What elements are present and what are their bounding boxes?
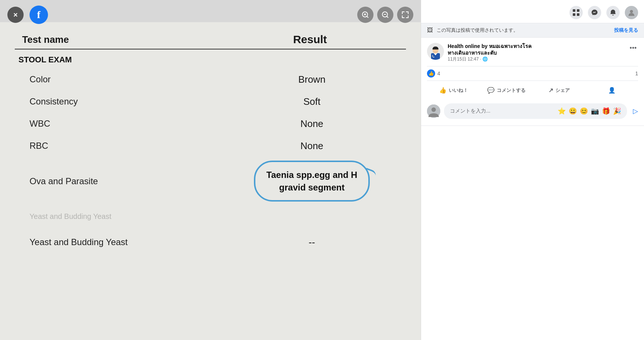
- action-buttons: 👍 いいね！ 💬 コメントする ↗ シェア 👤: [427, 82, 638, 98]
- exam-row-name-wbc: WBC: [15, 119, 218, 129]
- close-button[interactable]: ×: [7, 7, 24, 23]
- poster-avatar: [427, 43, 444, 60]
- share-label: シェア: [555, 87, 570, 94]
- zoom-out-button[interactable]: [377, 7, 393, 23]
- svg-rect-8: [577, 9, 579, 12]
- exam-row-result-ova-container: Taenia spp.egg and Hgravid segment: [218, 161, 406, 202]
- svg-point-16: [431, 107, 436, 112]
- commenter-avatar: [427, 104, 440, 118]
- like-icon: 👍: [427, 69, 435, 78]
- reactions-left: 👍 4: [427, 69, 440, 78]
- exam-row-color: Color Brown: [15, 68, 406, 90]
- comment-action-icon: 💬: [487, 87, 495, 94]
- doc-header-test: Test name: [15, 34, 214, 45]
- doc-header-result: Result: [214, 33, 406, 46]
- exam-row-consistency: Consistency Soft: [15, 90, 406, 113]
- like-count: 4: [437, 71, 440, 76]
- photo-notice-text: この写真は投稿で使用されています。: [437, 27, 518, 34]
- exam-row-faded: Yeast and Budding Yeast: [15, 205, 406, 227]
- section-title: STOOL EXAM: [18, 55, 406, 65]
- fb-logo: f: [30, 6, 48, 24]
- photo-notice-link[interactable]: 投稿を見る: [614, 27, 638, 34]
- grid-icon[interactable]: [569, 6, 583, 19]
- exam-row-name-yeast: Yeast and Budding Yeast: [15, 237, 218, 247]
- viewer-controls: [357, 7, 413, 23]
- poster-name: Health online by หมอเฉพาะทางโรคทางเดินอา…: [448, 43, 624, 56]
- svg-rect-7: [573, 9, 575, 12]
- fb-sidebar: 🖼 この写真は投稿で使用されています。 投稿を見る: [421, 0, 644, 340]
- comment-count[interactable]: 1: [635, 71, 638, 76]
- comment-gif-icon[interactable]: 😀: [569, 107, 577, 115]
- svg-line-6: [387, 16, 388, 18]
- comment-star-icon[interactable]: ⭐: [558, 107, 566, 115]
- poster-info: Health online by หมอเฉพาะทางโรคทางเดินอา…: [448, 43, 624, 62]
- exam-row-wbc: WBC None: [15, 113, 406, 135]
- highlight-bubble: Taenia spp.egg and Hgravid segment: [254, 161, 370, 202]
- comment-input-icons: ⭐ 😀 😊 📷 🎁 🎉: [558, 107, 621, 115]
- messenger-icon[interactable]: [588, 6, 601, 19]
- share-action-icon: ↗: [548, 87, 553, 94]
- like-button[interactable]: 👍 いいね！: [427, 84, 480, 97]
- image-viewer: Test name Result STOOL EXAM Color Brown …: [0, 0, 421, 340]
- exam-row-result-color: Brown: [218, 74, 406, 85]
- comment-emoji-icon[interactable]: 😊: [580, 107, 588, 115]
- exam-row-name-faded: Yeast and Budding Yeast: [15, 212, 218, 221]
- profile-avatar-nav[interactable]: [625, 6, 638, 19]
- svg-point-11: [630, 10, 633, 13]
- exam-row-result-rbc: None: [218, 140, 406, 152]
- comment-label: コメントする: [497, 87, 526, 94]
- photo-notice: 🖼 この写真は投稿で使用されています。 投稿を見る: [421, 23, 644, 38]
- exam-row-name-color: Color: [15, 74, 218, 85]
- poster-timestamp: 11月15日 12:47 · 🌐: [448, 56, 624, 62]
- exam-row-name-consistency: Consistency: [15, 96, 218, 107]
- send-button[interactable]: ▷: [633, 107, 638, 115]
- exam-row-name-rbc: RBC: [15, 141, 218, 151]
- fb-topnav: [421, 0, 644, 23]
- comment-input-box[interactable]: コメントを入力... ⭐ 😀 😊 📷 🎁 🎉: [444, 103, 627, 119]
- comment-sticker-icon[interactable]: 🎁: [602, 107, 610, 115]
- comment-section: コメントを入力... ⭐ 😀 😊 📷 🎁 🎉 ▷: [427, 98, 638, 120]
- svg-rect-10: [577, 13, 579, 16]
- extra-action-button[interactable]: 👤: [585, 84, 638, 97]
- reactions-bar: 👍 4 1: [427, 66, 638, 81]
- exam-row-result-consistency: Soft: [218, 96, 406, 107]
- like-label: いいね！: [449, 87, 468, 94]
- post-header: Health online by หมอเฉพาะทางโรคทางเดินอา…: [427, 43, 638, 62]
- exam-row-result-wbc: None: [218, 118, 406, 130]
- exam-row-rbc: RBC None: [15, 135, 406, 157]
- doc-header: Test name Result: [15, 30, 406, 49]
- doc-content: Test name Result STOOL EXAM Color Brown …: [0, 0, 421, 340]
- document: Test name Result STOOL EXAM Color Brown …: [0, 22, 421, 340]
- comment-more-icon[interactable]: 🎉: [613, 107, 621, 115]
- exam-row-name-ova: Ova and Parasite: [15, 176, 218, 186]
- like-action-icon: 👍: [439, 87, 447, 94]
- comment-button[interactable]: 💬 コメントする: [480, 84, 533, 97]
- comment-placeholder: コメントを入力...: [450, 108, 490, 114]
- svg-rect-9: [573, 13, 575, 16]
- comment-input-area: コメントを入力... ⭐ 😀 😊 📷 🎁 🎉 ▷: [427, 102, 638, 120]
- exam-row-ova: Ova and Parasite Taenia spp.egg and Hgra…: [15, 157, 406, 205]
- viewer-topbar: × f: [0, 0, 421, 30]
- extra-action-icon: 👤: [608, 87, 616, 94]
- svg-line-3: [367, 16, 368, 18]
- exam-row-yeast: Yeast and Budding Yeast --: [15, 231, 406, 253]
- post-card: Health online by หมอเฉพาะทางโรคทางเดินอา…: [421, 38, 644, 126]
- post-menu-button[interactable]: •••: [628, 43, 638, 54]
- comment-camera-icon[interactable]: 📷: [591, 107, 599, 115]
- exam-row-result-yeast: --: [218, 237, 406, 248]
- photo-notice-icon: 🖼: [427, 27, 433, 34]
- highlight-bubble-text: Taenia spp.egg and Hgravid segment: [266, 170, 357, 192]
- zoom-in-button[interactable]: [357, 7, 373, 23]
- notifications-icon[interactable]: [606, 6, 620, 19]
- fullscreen-button[interactable]: [397, 7, 413, 23]
- share-button[interactable]: ↗ シェア: [533, 84, 585, 97]
